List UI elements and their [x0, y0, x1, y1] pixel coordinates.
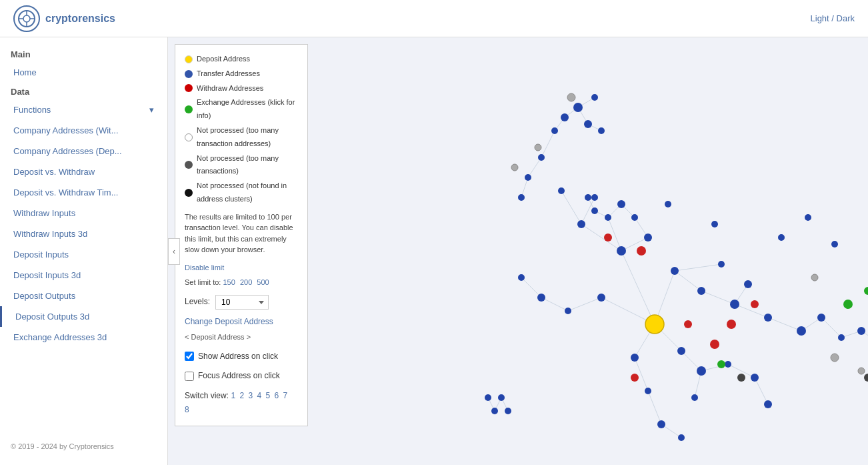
exchange-color-dot: [185, 105, 193, 113]
set-limit-200[interactable]: 200: [240, 278, 252, 286]
svg-point-132: [684, 320, 692, 328]
show-address-row: Show Address on click: [185, 350, 298, 364]
svg-point-68: [744, 280, 752, 288]
sidebar-item-exchange-addresses-3d[interactable]: Exchange Addresses 3d: [0, 327, 167, 348]
logo-icon: [13, 5, 40, 32]
sidebar-item-company-addresses-wit[interactable]: Company Addresses (Wit...: [0, 120, 167, 141]
legend-item-not-found: Not processed (not found in address clus…: [185, 179, 298, 206]
switch-view-2[interactable]: 2: [239, 391, 244, 400]
sidebar-item-company-addresses-dep[interactable]: Company Addresses (Dep...: [0, 141, 167, 161]
not-processed-addr-dot: [185, 133, 193, 141]
svg-point-78: [565, 308, 571, 314]
switch-view-7[interactable]: 7: [283, 391, 288, 400]
switch-view-3[interactable]: 3: [248, 391, 253, 400]
svg-point-129: [805, 214, 811, 221]
switch-view-label: Switch view:: [185, 391, 229, 400]
sidebar-main-section: Main: [0, 45, 167, 62]
sidebar-collapse-button[interactable]: ‹: [168, 238, 180, 265]
sidebar-item-deposit-inputs[interactable]: Deposit Inputs: [0, 244, 167, 265]
svg-point-102: [525, 174, 531, 181]
switch-view-1[interactable]: 1: [231, 391, 235, 400]
svg-point-133: [710, 340, 719, 349]
sidebar-item-withdraw-inputs-3d[interactable]: Withdraw Inputs 3d: [0, 223, 167, 244]
svg-line-24: [521, 278, 541, 298]
svg-point-90: [631, 354, 639, 362]
switch-view-8[interactable]: 8: [185, 405, 189, 414]
show-address-checkbox[interactable]: [185, 352, 194, 361]
svg-point-147: [511, 164, 518, 171]
svg-line-6: [621, 251, 655, 324]
theme-toggle-button[interactable]: Light / Dark: [811, 13, 855, 23]
legend-item-exchange: Exchange Addresses (klick for info): [185, 96, 298, 123]
svg-point-122: [491, 408, 498, 414]
svg-line-11: [581, 224, 621, 251]
svg-point-74: [857, 327, 865, 335]
svg-point-100: [551, 127, 558, 134]
svg-point-77: [597, 294, 605, 302]
sidebar-item-deposit-vs-withdraw[interactable]: Deposit vs. Withdraw: [0, 161, 167, 182]
sidebar-item-withdraw-inputs[interactable]: Withdraw Inputs: [0, 203, 167, 223]
svg-point-84: [605, 214, 611, 221]
logo: cryptorensics: [13, 5, 115, 32]
sidebar: Main Home Data Functions ▾ Company Addre…: [0, 37, 168, 465]
set-limit-500[interactable]: 500: [257, 278, 269, 286]
svg-point-127: [665, 201, 671, 207]
svg-point-99: [764, 400, 772, 408]
svg-point-93: [725, 361, 731, 368]
levels-row: Levels: 10 5 15 20: [185, 295, 298, 310]
disable-limit-link[interactable]: Disable limit: [185, 264, 224, 272]
focus-address-label: Focus Address on click: [198, 369, 280, 384]
svg-line-57: [755, 378, 768, 404]
svg-point-128: [778, 234, 785, 241]
switch-view-6[interactable]: 6: [275, 391, 279, 400]
sidebar-item-deposit-inputs-3d[interactable]: Deposit Inputs 3d: [0, 265, 167, 286]
withdraw-color-dot: [185, 84, 193, 92]
legend-panel: Deposit Address Transfer Addresses Withd…: [175, 44, 308, 426]
svg-line-42: [528, 157, 541, 177]
svg-point-144: [811, 274, 818, 281]
svg-point-89: [591, 194, 598, 201]
svg-line-41: [541, 131, 555, 157]
switch-view-5[interactable]: 5: [266, 391, 271, 400]
svg-point-146: [535, 144, 541, 151]
sidebar-item-home[interactable]: Home: [0, 62, 167, 83]
deposit-color-dot: [185, 55, 193, 63]
change-deposit-link[interactable]: Change Deposit Address: [185, 315, 298, 330]
svg-point-65: [671, 267, 679, 275]
svg-point-131: [637, 246, 646, 256]
svg-point-143: [858, 368, 865, 374]
svg-point-114: [561, 113, 569, 121]
svg-point-83: [617, 200, 625, 208]
legend-note: The results are limited to 100 per trans…: [185, 211, 298, 256]
sidebar-item-deposit-outputs[interactable]: Deposit Outputs: [0, 286, 167, 306]
legend-exchange-label: Exchange Addresses (klick for info): [197, 96, 298, 123]
sidebar-item-functions[interactable]: Functions ▾: [0, 99, 167, 120]
sidebar-item-deposit-vs-withdraw-tim[interactable]: Deposit vs. Withdraw Tim...: [0, 182, 167, 203]
svg-line-54: [648, 391, 661, 424]
svg-point-94: [751, 374, 759, 382]
levels-select[interactable]: 10 5 15 20: [215, 295, 269, 310]
svg-point-97: [678, 434, 685, 441]
svg-point-139: [864, 287, 868, 295]
svg-point-86: [585, 194, 591, 201]
svg-point-92: [697, 366, 706, 376]
focus-address-checkbox[interactable]: [185, 372, 194, 381]
legend-not-found-label: Not processed (not found in address clus…: [197, 179, 298, 206]
sidebar-item-deposit-outputs-3d[interactable]: Deposit Outputs 3d: [0, 306, 167, 327]
legend-deposit-label: Deposit Address: [197, 53, 250, 66]
set-limit-label: Set limit to:: [185, 278, 221, 286]
switch-view-4[interactable]: 4: [257, 391, 261, 400]
legend-withdraw-label: Withdraw Addresses: [197, 82, 263, 95]
svg-line-23: [541, 298, 568, 311]
svg-point-103: [518, 194, 525, 201]
set-limit-150[interactable]: 150: [223, 278, 235, 286]
svg-point-79: [537, 294, 545, 302]
content-area: ‹ Deposit Address Transfer Addresses Wit…: [168, 37, 868, 465]
svg-point-87: [577, 220, 585, 228]
svg-point-140: [717, 360, 725, 368]
not-found-dot: [185, 189, 193, 197]
svg-point-115: [591, 94, 598, 101]
focus-address-row: Focus Address on click: [185, 369, 298, 384]
deposit-address-display: < Deposit Address >: [185, 331, 298, 344]
svg-point-148: [567, 93, 575, 101]
